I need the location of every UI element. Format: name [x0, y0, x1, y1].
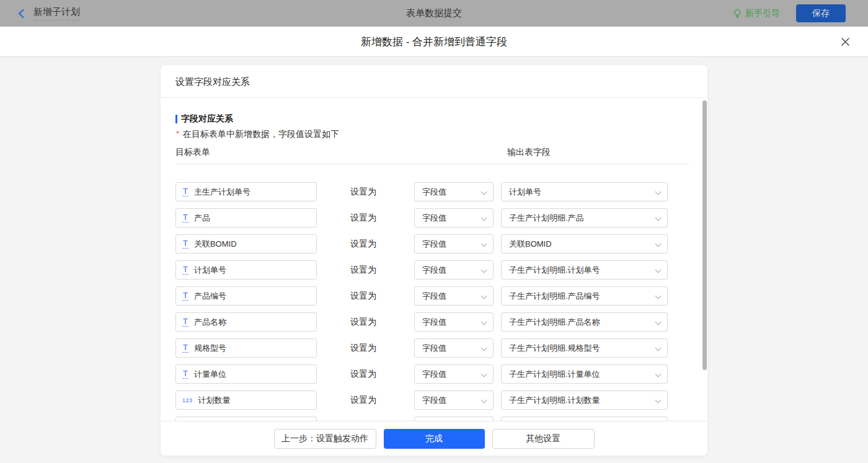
value-mode-select[interactable]	[414, 417, 494, 421]
previous-step-button[interactable]: 上一步：设置触发动作	[274, 429, 376, 449]
set-as-label: 设置为	[350, 260, 376, 280]
chevron-down-icon	[481, 345, 487, 351]
value-mode-select[interactable]: 字段值	[414, 364, 494, 384]
text-field-icon: T	[182, 239, 188, 249]
other-settings-button[interactable]: 其他设置	[492, 429, 595, 449]
target-field-input[interactable]: T 关联BOMID	[175, 234, 317, 254]
value-mode-selected: 字段值	[422, 369, 446, 380]
value-mode-select[interactable]: 字段值	[414, 286, 494, 306]
output-field-select[interactable]: 计划单号	[501, 182, 668, 201]
set-as-label: 设置为	[350, 364, 376, 384]
text-field-icon: T	[182, 291, 188, 301]
output-field-selected: 计划单号	[509, 187, 541, 198]
output-field-select[interactable]: 子生产计划明细.产品名称	[501, 312, 668, 332]
close-icon	[841, 37, 850, 46]
target-field-input[interactable]: T 产品名称	[175, 312, 317, 332]
chevron-left-icon	[16, 8, 27, 19]
chevron-down-icon	[655, 397, 662, 403]
value-mode-selected: 字段值	[422, 395, 446, 406]
chevron-down-icon	[481, 293, 487, 299]
set-as-label: 设置为	[350, 312, 376, 332]
value-mode-select[interactable]: 字段值	[414, 182, 494, 201]
target-field-input[interactable]: T 产品	[175, 208, 317, 227]
chevron-down-icon	[655, 293, 662, 299]
vertical-scrollbar[interactable]	[702, 100, 707, 370]
value-mode-selected: 字段值	[422, 265, 446, 276]
lightbulb-icon	[733, 9, 742, 19]
section-accent-bar	[175, 115, 177, 123]
value-mode-select[interactable]: 字段值	[414, 338, 494, 358]
target-field-input[interactable]	[175, 417, 317, 421]
text-field-icon: T	[182, 187, 188, 196]
target-field-input[interactable]: T 主生产计划单号	[175, 182, 317, 201]
chevron-down-icon	[655, 345, 662, 351]
save-button[interactable]: 保存	[796, 4, 846, 22]
chevron-down-icon	[655, 319, 662, 325]
output-field-selected: 关联BOMID	[509, 239, 552, 250]
value-mode-select[interactable]: 字段值	[414, 390, 494, 410]
section-description: *在目标表单中新增数据，字段值设置如下	[176, 129, 339, 140]
target-field-input[interactable]: T 计划单号	[175, 260, 317, 280]
mapping-rows: T 主生产计划单号 设置为 字段值 计划单号 T 产品 设置为 字段值 子生产计…	[161, 182, 707, 421]
target-field-label: 规格型号	[194, 343, 226, 354]
set-as-label: 设置为	[350, 208, 376, 227]
card-footer: 上一步：设置触发动作 完成 其他设置	[161, 421, 707, 456]
value-mode-selected: 字段值	[422, 239, 446, 250]
target-field-input[interactable]: T 规格型号	[175, 338, 317, 358]
output-field-selected: 子生产计划明细.规格型号	[509, 343, 600, 354]
modal-header: 新增数据 - 合并新增到普通字段	[0, 27, 868, 57]
text-field-icon: T	[182, 265, 188, 275]
target-field-input[interactable]: T 产品编号	[175, 286, 317, 306]
output-field-selected: 子生产计划明细.产品名称	[509, 317, 600, 328]
column-header-target-form: 目标表单	[175, 147, 210, 158]
target-field-label: 关联BOMID	[194, 239, 237, 250]
mapping-row: T 关联BOMID 设置为 字段值 关联BOMID	[161, 234, 707, 260]
chevron-down-icon	[655, 189, 662, 195]
plan-name[interactable]: 新增子计划	[33, 6, 80, 20]
output-field-selected: 子生产计划明细.产品编号	[509, 291, 600, 302]
text-field-icon: T	[182, 317, 188, 327]
section-title: 字段对应关系	[181, 113, 233, 125]
target-field-label: 主生产计划单号	[194, 187, 250, 198]
value-mode-select[interactable]: 字段值	[414, 260, 494, 280]
value-mode-select[interactable]: 字段值	[414, 312, 494, 332]
output-field-select[interactable]	[501, 417, 668, 421]
mapping-row: 123 计划数量 设置为 字段值 子生产计划明细.计划数量	[161, 390, 707, 417]
chevron-down-icon	[481, 189, 487, 195]
chevron-down-icon	[655, 241, 662, 247]
value-mode-select[interactable]: 字段值	[414, 208, 494, 227]
set-as-label: 设置为	[350, 182, 376, 201]
chevron-down-icon	[655, 371, 662, 377]
done-button[interactable]: 完成	[384, 429, 485, 449]
field-mapping-card: 设置字段对应关系 字段对应关系 *在目标表单中新增数据，字段值设置如下 目标表单…	[161, 65, 707, 456]
value-mode-selected: 字段值	[422, 187, 446, 198]
description-text: 在目标表单中新增数据，字段值设置如下	[183, 129, 339, 139]
close-button[interactable]	[838, 35, 852, 48]
required-asterisk: *	[176, 129, 179, 138]
chevron-down-icon	[481, 241, 487, 247]
target-field-label: 计划单号	[194, 265, 226, 276]
output-field-select[interactable]: 子生产计划明细.规格型号	[501, 338, 668, 358]
target-field-label: 产品编号	[194, 291, 226, 302]
back-button[interactable]	[16, 8, 27, 19]
output-field-select[interactable]: 子生产计划明细.计划单号	[501, 260, 668, 280]
chevron-down-icon	[481, 397, 487, 403]
output-field-select[interactable]: 子生产计划明细.计量单位	[501, 364, 668, 384]
output-field-select[interactable]: 子生产计划明细.产品编号	[501, 286, 668, 306]
output-field-select[interactable]: 关联BOMID	[501, 234, 668, 254]
mapping-row: T 产品编号 设置为 字段值 子生产计划明细.产品编号	[161, 286, 707, 312]
value-mode-select[interactable]: 字段值	[414, 234, 494, 254]
output-field-select[interactable]: 子生产计划明细.产品	[501, 208, 668, 227]
output-field-select[interactable]: 子生产计划明细.计划数量	[501, 390, 668, 410]
mapping-row: T 计量单位 设置为 字段值 子生产计划明细.计量单位	[161, 364, 707, 390]
value-mode-selected: 字段值	[422, 343, 446, 354]
chevron-down-icon	[481, 371, 487, 377]
output-field-selected: 子生产计划明细.计划数量	[509, 395, 600, 406]
beginner-guide-link[interactable]: 新手引导	[733, 8, 780, 19]
target-field-input[interactable]: 123 计划数量	[175, 390, 317, 410]
mapping-row: T 计划单号 设置为 字段值 子生产计划明细.计划单号	[161, 260, 707, 286]
mapping-row	[161, 417, 707, 421]
target-field-input[interactable]: T 计量单位	[175, 364, 317, 384]
value-mode-selected: 字段值	[422, 317, 446, 328]
modal-title: 新增数据 - 合并新增到普通字段	[361, 35, 507, 49]
